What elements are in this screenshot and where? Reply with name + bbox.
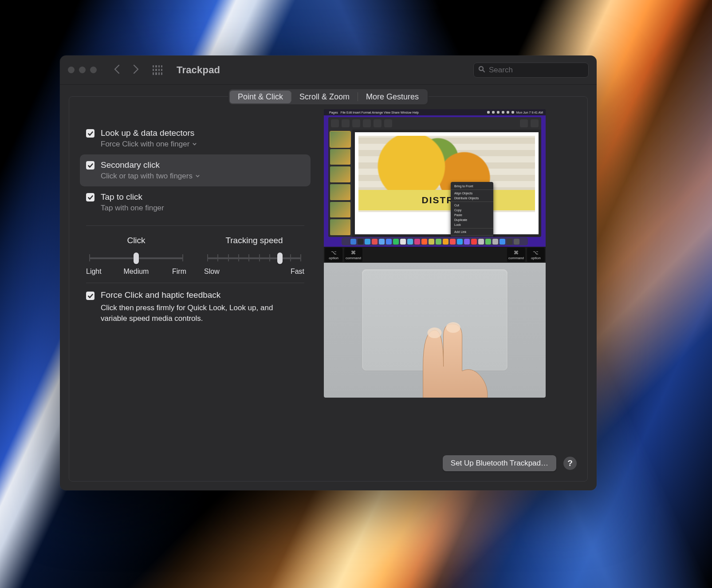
nav-arrows (109, 64, 148, 76)
tracking-speed-slider[interactable] (208, 252, 301, 265)
tracking-slider-title: Tracking speed (204, 236, 304, 245)
search-icon (478, 66, 485, 75)
divider (86, 283, 304, 283)
preview-app-window: DISTRICT Bring to FrontAlign ObjectsDist… (328, 117, 541, 237)
tab-more-gestures[interactable]: More Gestures (358, 91, 427, 103)
preview-clock: Mon Jun 7 9:41 AM (516, 111, 543, 114)
help-button[interactable]: ? (563, 457, 577, 470)
preview-app-name: Pages (329, 111, 338, 114)
tab-bar: Point & Click Scroll & Zoom More Gesture… (229, 89, 428, 104)
option-secondary-click[interactable]: Secondary click Click or tap with two fi… (80, 154, 311, 186)
option-force-click: Force Click and haptic feedback Click th… (80, 290, 311, 324)
tracking-label-slow: Slow (204, 268, 220, 276)
svg-line-1 (483, 70, 484, 72)
gesture-preview-video: Pages File Edit Insert Format Arrange Vi… (324, 109, 546, 398)
secondary-click-title: Secondary click (101, 160, 200, 170)
preview-trackpad-area (324, 263, 546, 398)
slider-thumb[interactable] (277, 253, 283, 264)
click-slider-block: Click Light Medium Firm (86, 236, 186, 276)
window-controls (68, 67, 105, 73)
setup-bluetooth-trackpad-button[interactable]: Set Up Bluetooth Trackpad… (443, 455, 556, 471)
chevron-down-icon[interactable] (195, 171, 200, 181)
slider-thumb[interactable] (134, 253, 139, 264)
close-window-button[interactable] (68, 67, 75, 73)
svg-point-2 (428, 328, 442, 338)
click-slider-title: Click (86, 236, 186, 245)
lookup-title: Look up & data detectors (101, 128, 197, 138)
option-tap-to-click[interactable]: Tap to click Tap with one finger (80, 186, 311, 218)
zoom-window-button[interactable] (90, 67, 97, 73)
tab-point-and-click[interactable]: Point & Click (230, 91, 291, 103)
sliders-row: Click Light Medium Firm Tracking speed (80, 233, 311, 276)
content-area: Point & Click Scroll & Zoom More Gesture… (60, 85, 597, 490)
force-click-description: Click then press firmly for Quick Look, … (101, 303, 296, 324)
panel-footer: Set Up Bluetooth Trackpad… ? (443, 455, 577, 471)
tab-scroll-and-zoom[interactable]: Scroll & Zoom (291, 91, 358, 103)
window-title: Trackpad (177, 64, 220, 76)
lookup-subtitle: Force Click with one finger (101, 139, 189, 149)
force-click-title: Force Click and haptic feedback (101, 290, 296, 300)
chevron-down-icon[interactable] (192, 139, 197, 149)
forward-button[interactable] (131, 64, 140, 76)
minimize-window-button[interactable] (79, 67, 86, 73)
divider (86, 225, 304, 226)
tap-to-click-subtitle: Tap with one finger (101, 203, 164, 213)
tracking-label-fast: Fast (291, 268, 304, 276)
search-field[interactable] (473, 63, 589, 78)
click-label-light: Light (86, 268, 119, 276)
force-click-checkbox[interactable] (86, 292, 94, 300)
option-lookup[interactable]: Look up & data detectors Force Click wit… (80, 122, 311, 154)
preview-column: Pages File Edit Insert Format Arrange Vi… (324, 107, 577, 446)
tap-to-click-checkbox[interactable] (86, 193, 94, 201)
click-label-medium: Medium (119, 268, 153, 276)
tracking-slider-block: Tracking speed Slow Fast (204, 236, 304, 276)
system-preferences-window: Trackpad Point & Click Scroll & Zoom Mor… (60, 55, 597, 490)
search-input[interactable] (489, 66, 584, 75)
preview-hand-icon (397, 304, 503, 398)
click-label-firm: Firm (153, 268, 186, 276)
titlebar: Trackpad (60, 55, 597, 85)
preview-menubar: Pages File Edit Insert Format Arrange Vi… (324, 109, 546, 115)
show-all-prefs-button[interactable] (153, 65, 162, 75)
back-button[interactable] (113, 64, 122, 76)
lookup-checkbox[interactable] (86, 129, 94, 138)
preview-doc-title: DISTRICT (358, 190, 535, 210)
secondary-click-subtitle: Click or tap with two fingers (101, 171, 193, 181)
tap-to-click-title: Tap to click (101, 192, 164, 202)
preview-keyboard: ⌥option ⌘command ⌘command ⌥option (324, 247, 546, 263)
svg-point-3 (446, 322, 460, 333)
secondary-click-checkbox[interactable] (86, 161, 94, 170)
preview-context-menu: Bring to FrontAlign ObjectsDistribute Ob… (451, 182, 493, 237)
preferences-panel: Point & Click Scroll & Zoom More Gesture… (69, 96, 588, 481)
options-column: Look up & data detectors Force Click wit… (80, 107, 311, 446)
click-slider[interactable] (90, 252, 183, 265)
preview-dock (342, 237, 528, 245)
